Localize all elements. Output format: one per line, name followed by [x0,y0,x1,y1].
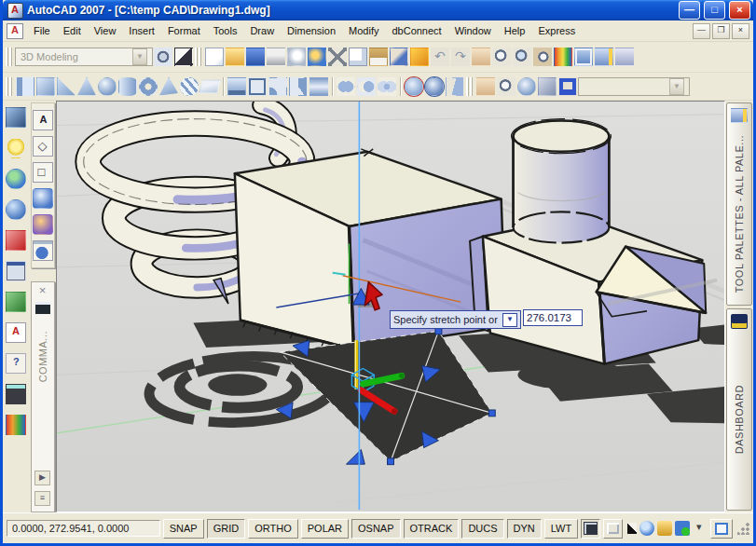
render-help-icon[interactable] [6,353,26,374]
render-environment-icon[interactable] [6,230,26,251]
toggle-grid[interactable]: GRID [207,519,246,539]
loft-icon[interactable] [309,77,328,96]
workspace-combo[interactable]: 3D Modeling ▼ [15,48,153,66]
menu-dbconnect[interactable]: dbConnect [385,22,447,39]
toolbar-grip[interactable] [466,77,473,96]
extrude-icon[interactable] [227,77,246,96]
dashboard-bar[interactable]: DASHBOARD [726,308,752,512]
tool-palettes-window-icon[interactable] [595,48,613,66]
box-icon[interactable] [36,77,55,96]
dynamic-input-dropdown-icon[interactable]: ▼ [502,313,517,327]
palette-menu-icon[interactable]: ≡ [34,491,50,506]
zoom-previous-icon[interactable] [533,48,552,66]
close-button[interactable]: × [729,1,750,20]
toggle-osnap[interactable]: OSNAP [351,519,401,539]
toggle-ortho[interactable]: ORTHO [248,519,298,539]
menu-format[interactable]: Format [161,22,207,39]
manage-visual-styles-icon[interactable] [33,240,53,261]
helix-icon[interactable] [180,77,199,96]
zoom-window-icon[interactable] [513,48,531,66]
visual-style-combo[interactable]: ▼ [578,77,690,96]
model-space-button[interactable] [581,519,600,539]
orbit-icon[interactable] [517,77,536,96]
chevron-down-icon[interactable]: ▼ [132,48,147,65]
toggle-snap[interactable]: SNAP [163,519,204,539]
3d-continuous-orbit-icon[interactable] [425,77,444,96]
tool-palettes-bar[interactable]: TOOL PALETTES - ALL PALE... [726,102,752,306]
wedge-icon[interactable] [57,77,76,96]
zoom-icon[interactable] [497,77,515,96]
pan-icon[interactable] [476,77,495,96]
revolve-icon[interactable] [289,77,308,96]
toggle-polar[interactable]: POLAR [301,519,349,539]
mdi-close-button[interactable]: × [732,23,749,39]
drawing-canvas[interactable]: Specify stretch point or ▼ 276.0173 [56,101,725,512]
autocad-app-icon[interactable] [7,3,23,19]
paste-icon[interactable] [369,48,388,66]
cut-icon[interactable] [328,48,347,66]
menu-modify[interactable]: Modify [342,22,385,39]
dynamic-input-value-field[interactable]: 276.0173 [523,309,583,326]
match-properties-icon[interactable] [390,48,408,66]
planar-surface-icon[interactable] [199,79,221,92]
subtract-icon[interactable] [357,77,376,96]
my-workspace-icon[interactable] [174,48,193,66]
menu-express[interactable]: Express [531,22,582,39]
geographic-location-icon[interactable] [6,169,26,189]
texture-mapping-icon[interactable] [6,292,26,312]
menu-dimension[interactable]: Dimension [281,22,342,39]
menu-file[interactable]: File [27,22,57,39]
3d-hidden-icon[interactable] [33,162,53,183]
cylinder-icon[interactable] [118,77,137,96]
block-editor-icon[interactable] [410,48,429,66]
quickcalc-icon[interactable] [6,384,26,404]
layout-button[interactable] [603,519,623,539]
toolbar-grip[interactable] [6,48,12,66]
trusted-dwg-icon[interactable] [675,521,690,536]
union-icon[interactable] [337,77,355,96]
presspull-icon[interactable] [248,77,267,96]
walk-icon[interactable] [558,77,577,96]
workspace-settings-icon[interactable] [154,48,172,66]
pan-realtime-icon[interactable] [472,48,490,66]
comm-center-icon[interactable] [639,521,654,536]
swivel-icon[interactable] [538,77,557,96]
open-icon[interactable] [226,48,244,66]
toolbar-grip[interactable] [195,48,201,66]
menu-help[interactable]: Help [498,22,532,39]
materials-icon[interactable] [6,199,26,220]
toggle-ducs[interactable]: DUCS [461,519,503,539]
mdi-restore-button[interactable]: ❐ [712,23,730,39]
conceptual-icon[interactable] [33,214,53,235]
menu-window[interactable]: Window [448,22,498,39]
zoom-realtime-icon[interactable] [492,48,511,66]
qnew-icon[interactable] [205,48,224,66]
drawing-file-icon[interactable] [7,23,23,39]
pyramid-icon[interactable] [159,77,178,96]
minimize-button[interactable]: — [679,1,700,20]
plot-icon[interactable] [267,48,285,66]
chevron-down-icon[interactable]: ▼ [669,78,684,95]
command-line-palette[interactable]: × COMMA... ▶ ≡ [31,281,55,512]
torus-icon[interactable] [139,77,158,96]
copy-icon[interactable] [349,48,367,66]
autohide-icon[interactable]: ▶ [34,471,50,485]
2d-wireframe-icon[interactable] [33,110,53,130]
menu-view[interactable]: View [88,22,123,39]
clean-screen-button[interactable] [710,519,733,539]
render-window-icon[interactable] [6,261,26,281]
status-menu-icon[interactable] [627,523,637,534]
plot-preview-icon[interactable] [287,48,306,66]
realistic-icon[interactable] [33,188,53,209]
toggle-lwt[interactable]: LWT [544,519,578,539]
sphere-icon[interactable] [98,77,117,96]
autocad-block-icon[interactable] [6,322,26,343]
tray-arrow-icon[interactable] [693,521,708,536]
polysolid-icon[interactable] [16,77,34,96]
menu-insert[interactable]: Insert [122,22,161,39]
properties-icon[interactable] [554,48,572,66]
cone-icon[interactable] [77,77,96,96]
toolbar-grip[interactable] [6,77,12,96]
save-icon[interactable] [246,48,265,66]
3d-wireframe-icon[interactable] [33,136,53,157]
